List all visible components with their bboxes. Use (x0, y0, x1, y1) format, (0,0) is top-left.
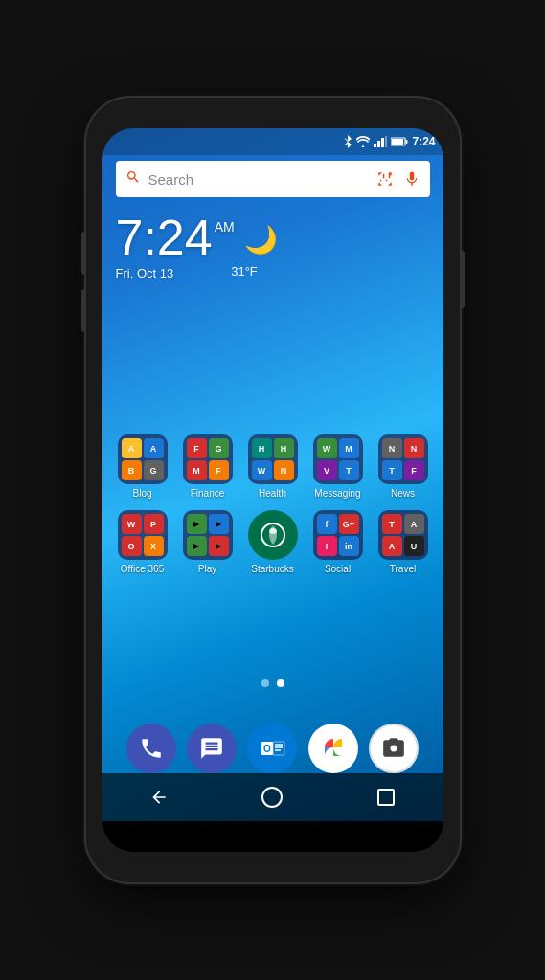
finance-folder-icon: F G M F (183, 434, 233, 484)
screen-content: 7:24 Search (102, 128, 443, 821)
navigation-bar (102, 773, 443, 821)
office365-label: Office 365 (121, 564, 164, 574)
social-folder-icon: f G+ I in (313, 510, 363, 560)
apps-row-1: A A B G Blog F G M F (110, 434, 436, 499)
travel-folder-icon: T A A U (378, 510, 428, 560)
app-travel[interactable]: T A A U Travel (375, 510, 432, 574)
clock-time: 7:24 AM (116, 212, 235, 262)
svg-rect-0 (374, 144, 376, 147)
apps-row-2: W P O X Office 365 ▶ ▶ ▶ ▶ (110, 510, 436, 574)
svg-point-8 (269, 528, 277, 534)
status-icons (343, 135, 408, 148)
messaging-folder-icon: W M V T (313, 434, 363, 484)
app-starbucks[interactable]: Starbucks (244, 510, 302, 574)
app-messaging[interactable]: W M V T Messaging (309, 434, 367, 499)
clock-temperature: 31°F (231, 264, 258, 278)
dock-camera-icon[interactable] (369, 724, 419, 773)
svg-rect-1 (377, 141, 380, 147)
clock-ampm: AM (215, 220, 235, 234)
blog-label: Blog (132, 488, 151, 499)
mic-icon[interactable] (403, 170, 420, 188)
svg-rect-3 (385, 136, 387, 147)
svg-rect-6 (392, 139, 403, 145)
dock-photos-icon[interactable] (308, 724, 358, 773)
app-social[interactable]: f G+ I in Social (309, 510, 367, 574)
status-bar: 7:24 (102, 128, 443, 155)
apps-grid: A A B G Blog F G M F (102, 434, 443, 586)
clock-date: Fri, Oct 13 (116, 266, 174, 280)
clock-widget: 7:24 AM 🌙 Fri, Oct 13 31°F (116, 212, 278, 280)
phone-screen: 7:24 Search (102, 128, 443, 852)
home-circle (261, 787, 283, 808)
bluetooth-icon (343, 135, 352, 148)
messaging-label: Messaging (314, 488, 360, 499)
health-label: Health (259, 488, 286, 499)
app-health[interactable]: H H W N Health (244, 434, 302, 499)
search-icon (125, 169, 141, 189)
blog-folder-icon: A A B G (118, 434, 168, 484)
dock-phone-icon[interactable] (126, 724, 176, 773)
home-button[interactable] (255, 780, 289, 814)
app-office365[interactable]: W P O X Office 365 (114, 510, 171, 574)
page-dot-1 (261, 679, 269, 687)
starbucks-label: Starbucks (251, 564, 293, 574)
recents-square (377, 789, 395, 806)
recents-button[interactable] (369, 780, 403, 814)
search-actions (376, 170, 420, 188)
status-time: 7:24 (412, 135, 435, 148)
dock: O (102, 724, 443, 773)
travel-label: Travel (390, 564, 416, 574)
moon-icon: 🌙 (244, 224, 278, 256)
signal-icon (374, 136, 387, 147)
svg-rect-2 (381, 138, 384, 147)
office365-folder-icon: W P O X (118, 510, 168, 560)
app-finance[interactable]: F G M F Finance (179, 434, 237, 499)
svg-text:O: O (264, 744, 272, 754)
app-blog[interactable]: A A B G Blog (114, 434, 171, 499)
play-folder-icon: ▶ ▶ ▶ ▶ (183, 510, 233, 560)
social-label: Social (325, 564, 351, 574)
finance-label: Finance (191, 488, 225, 499)
app-news[interactable]: N N T F News (375, 434, 432, 499)
battery-icon (391, 137, 408, 146)
news-folder-icon: N N T F (378, 434, 428, 484)
dock-outlook-icon[interactable]: O (247, 724, 297, 773)
search-placeholder: Search (148, 171, 369, 188)
app-play[interactable]: ▶ ▶ ▶ ▶ Play (179, 510, 237, 574)
scan-icon[interactable] (376, 170, 394, 188)
back-button[interactable] (142, 780, 176, 814)
page-dot-2 (277, 679, 284, 687)
search-bar[interactable]: Search (116, 161, 430, 197)
starbucks-icon (248, 510, 298, 560)
phone-device: 7:24 Search (86, 98, 460, 882)
page-indicators (102, 679, 443, 687)
health-folder-icon: H H W N (248, 434, 298, 484)
wifi-icon (356, 136, 370, 147)
play-label: Play (198, 564, 216, 574)
svg-rect-12 (273, 742, 284, 755)
svg-rect-5 (406, 140, 408, 144)
dock-messages-icon[interactable] (187, 724, 237, 773)
news-label: News (391, 488, 415, 499)
